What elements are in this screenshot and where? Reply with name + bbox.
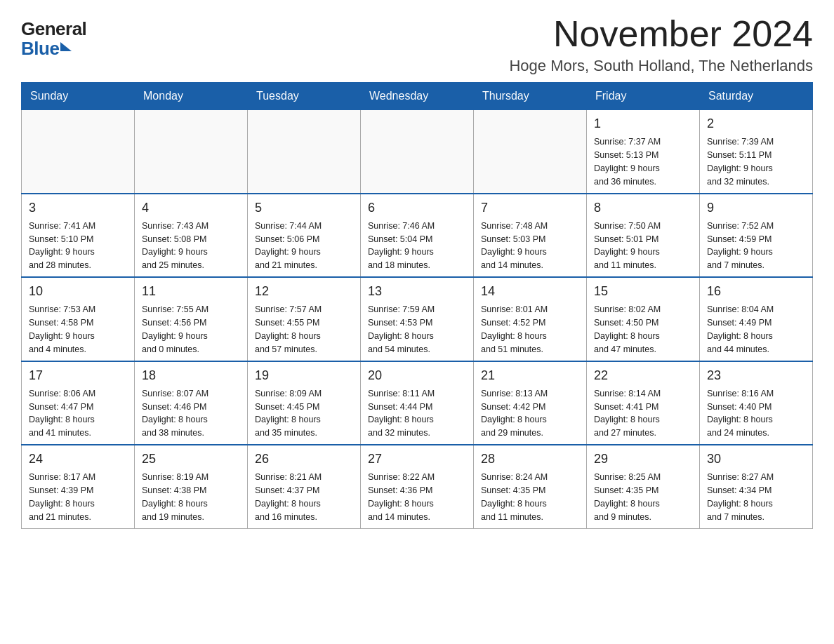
day-info: Sunrise: 8:09 AM Sunset: 4:45 PM Dayligh… (255, 389, 322, 438)
day-number: 29 (594, 450, 692, 468)
calendar-day-cell: 11Sunrise: 7:55 AM Sunset: 4:56 PM Dayli… (135, 277, 248, 361)
calendar-day-cell: 28Sunrise: 8:24 AM Sunset: 4:35 PM Dayli… (474, 445, 587, 528)
title-area: November 2024 Hoge Mors, South Holland, … (509, 14, 813, 75)
day-number: 23 (707, 366, 805, 384)
day-info: Sunrise: 7:46 AM Sunset: 5:04 PM Dayligh… (368, 221, 435, 271)
calendar-day-cell: 6Sunrise: 7:46 AM Sunset: 5:04 PM Daylig… (361, 194, 474, 277)
calendar-day-cell (361, 110, 474, 194)
day-info: Sunrise: 8:14 AM Sunset: 4:41 PM Dayligh… (594, 389, 661, 438)
day-number: 30 (707, 450, 805, 468)
day-number: 9 (707, 199, 805, 217)
calendar-day-cell: 30Sunrise: 8:27 AM Sunset: 4:34 PM Dayli… (700, 445, 813, 528)
day-number: 11 (142, 282, 240, 300)
calendar-day-cell: 26Sunrise: 8:21 AM Sunset: 4:37 PM Dayli… (248, 445, 361, 528)
day-info: Sunrise: 7:44 AM Sunset: 5:06 PM Dayligh… (255, 221, 322, 271)
day-info: Sunrise: 8:02 AM Sunset: 4:50 PM Dayligh… (594, 304, 661, 354)
page-subtitle: Hoge Mors, South Holland, The Netherland… (509, 57, 813, 75)
calendar-day-cell: 17Sunrise: 8:06 AM Sunset: 4:47 PM Dayli… (22, 361, 135, 445)
day-number: 28 (481, 450, 579, 468)
day-info: Sunrise: 7:55 AM Sunset: 4:56 PM Dayligh… (142, 304, 208, 354)
calendar-day-cell: 3Sunrise: 7:41 AM Sunset: 5:10 PM Daylig… (22, 194, 135, 277)
day-info: Sunrise: 7:57 AM Sunset: 4:55 PM Dayligh… (255, 304, 322, 354)
day-info: Sunrise: 7:48 AM Sunset: 5:03 PM Dayligh… (481, 221, 548, 271)
calendar-week-row: 3Sunrise: 7:41 AM Sunset: 5:10 PM Daylig… (22, 194, 813, 277)
calendar-day-cell: 10Sunrise: 7:53 AM Sunset: 4:58 PM Dayli… (22, 277, 135, 361)
day-info: Sunrise: 7:50 AM Sunset: 5:01 PM Dayligh… (594, 221, 661, 271)
calendar-day-cell: 15Sunrise: 8:02 AM Sunset: 4:50 PM Dayli… (587, 277, 700, 361)
day-number: 25 (142, 450, 240, 468)
day-info: Sunrise: 7:37 AM Sunset: 5:13 PM Dayligh… (594, 137, 661, 187)
calendar-day-cell: 14Sunrise: 8:01 AM Sunset: 4:52 PM Dayli… (474, 277, 587, 361)
logo-general-text: General (21, 20, 86, 38)
day-number: 12 (255, 282, 353, 300)
day-number: 19 (255, 366, 353, 384)
calendar-day-cell (22, 110, 135, 194)
calendar-day-cell: 7Sunrise: 7:48 AM Sunset: 5:03 PM Daylig… (474, 194, 587, 277)
calendar-day-cell: 9Sunrise: 7:52 AM Sunset: 4:59 PM Daylig… (700, 194, 813, 277)
day-number: 20 (368, 366, 466, 384)
calendar-day-cell: 4Sunrise: 7:43 AM Sunset: 5:08 PM Daylig… (135, 194, 248, 277)
day-number: 7 (481, 199, 579, 217)
day-number: 5 (255, 199, 353, 217)
day-info: Sunrise: 8:21 AM Sunset: 4:37 PM Dayligh… (255, 472, 322, 522)
day-info: Sunrise: 8:11 AM Sunset: 4:44 PM Dayligh… (368, 389, 435, 438)
day-number: 22 (594, 366, 692, 384)
day-number: 18 (142, 366, 240, 384)
calendar-day-cell: 1Sunrise: 7:37 AM Sunset: 5:13 PM Daylig… (587, 110, 700, 194)
day-number: 3 (29, 199, 127, 217)
calendar-day-cell: 2Sunrise: 7:39 AM Sunset: 5:11 PM Daylig… (700, 110, 813, 194)
calendar-week-row: 17Sunrise: 8:06 AM Sunset: 4:47 PM Dayli… (22, 361, 813, 445)
weekday-header-tuesday: Tuesday (248, 83, 361, 110)
day-number: 4 (142, 199, 240, 217)
calendar-day-cell: 19Sunrise: 8:09 AM Sunset: 4:45 PM Dayli… (248, 361, 361, 445)
calendar-day-cell (474, 110, 587, 194)
weekday-header-thursday: Thursday (474, 83, 587, 110)
calendar-week-row: 10Sunrise: 7:53 AM Sunset: 4:58 PM Dayli… (22, 277, 813, 361)
day-info: Sunrise: 8:07 AM Sunset: 4:46 PM Dayligh… (142, 389, 208, 438)
day-number: 16 (707, 282, 805, 300)
day-info: Sunrise: 8:27 AM Sunset: 4:34 PM Dayligh… (707, 472, 774, 522)
calendar-day-cell: 16Sunrise: 8:04 AM Sunset: 4:49 PM Dayli… (700, 277, 813, 361)
day-number: 2 (707, 114, 805, 133)
calendar-day-cell: 29Sunrise: 8:25 AM Sunset: 4:35 PM Dayli… (587, 445, 700, 528)
day-info: Sunrise: 8:13 AM Sunset: 4:42 PM Dayligh… (481, 389, 548, 438)
day-info: Sunrise: 8:19 AM Sunset: 4:38 PM Dayligh… (142, 472, 208, 522)
calendar-day-cell: 27Sunrise: 8:22 AM Sunset: 4:36 PM Dayli… (361, 445, 474, 528)
calendar-day-cell: 5Sunrise: 7:44 AM Sunset: 5:06 PM Daylig… (248, 194, 361, 277)
day-number: 6 (368, 199, 466, 217)
logo-triangle-icon (60, 42, 72, 51)
day-info: Sunrise: 7:41 AM Sunset: 5:10 PM Dayligh… (29, 221, 95, 271)
day-info: Sunrise: 8:25 AM Sunset: 4:35 PM Dayligh… (594, 472, 661, 522)
day-number: 17 (29, 366, 127, 384)
day-info: Sunrise: 7:39 AM Sunset: 5:11 PM Dayligh… (707, 137, 774, 187)
calendar-week-row: 1Sunrise: 7:37 AM Sunset: 5:13 PM Daylig… (22, 110, 813, 194)
weekday-header-monday: Monday (135, 83, 248, 110)
page-title: November 2024 (509, 14, 813, 54)
calendar-day-cell: 8Sunrise: 7:50 AM Sunset: 5:01 PM Daylig… (587, 194, 700, 277)
calendar-day-cell (135, 110, 248, 194)
day-number: 26 (255, 450, 353, 468)
logo: General Blue (21, 20, 86, 60)
day-info: Sunrise: 8:24 AM Sunset: 4:35 PM Dayligh… (481, 472, 548, 522)
day-info: Sunrise: 8:22 AM Sunset: 4:36 PM Dayligh… (368, 472, 435, 522)
weekday-header-sunday: Sunday (22, 83, 135, 110)
calendar-day-cell (248, 110, 361, 194)
day-number: 10 (29, 282, 127, 300)
day-info: Sunrise: 7:53 AM Sunset: 4:58 PM Dayligh… (29, 304, 95, 354)
weekday-header-friday: Friday (587, 83, 700, 110)
calendar-day-cell: 13Sunrise: 7:59 AM Sunset: 4:53 PM Dayli… (361, 277, 474, 361)
day-number: 24 (29, 450, 127, 468)
weekday-header-row: SundayMondayTuesdayWednesdayThursdayFrid… (22, 83, 813, 110)
day-info: Sunrise: 8:04 AM Sunset: 4:49 PM Dayligh… (707, 304, 774, 354)
day-info: Sunrise: 8:06 AM Sunset: 4:47 PM Dayligh… (29, 389, 95, 438)
day-number: 8 (594, 199, 692, 217)
calendar-day-cell: 20Sunrise: 8:11 AM Sunset: 4:44 PM Dayli… (361, 361, 474, 445)
calendar-week-row: 24Sunrise: 8:17 AM Sunset: 4:39 PM Dayli… (22, 445, 813, 528)
day-info: Sunrise: 8:16 AM Sunset: 4:40 PM Dayligh… (707, 389, 774, 438)
weekday-header-saturday: Saturday (700, 83, 813, 110)
calendar-day-cell: 25Sunrise: 8:19 AM Sunset: 4:38 PM Dayli… (135, 445, 248, 528)
calendar-table: SundayMondayTuesdayWednesdayThursdayFrid… (21, 82, 813, 528)
calendar-day-cell: 21Sunrise: 8:13 AM Sunset: 4:42 PM Dayli… (474, 361, 587, 445)
day-info: Sunrise: 7:43 AM Sunset: 5:08 PM Dayligh… (142, 221, 208, 271)
day-number: 15 (594, 282, 692, 300)
